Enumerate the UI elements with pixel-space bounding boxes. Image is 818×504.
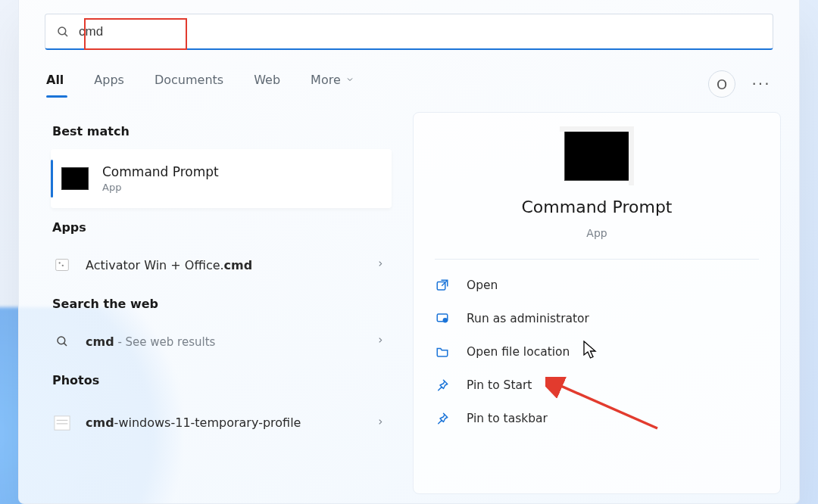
web-result-label: cmd - See web results	[86, 334, 215, 349]
app-result-item[interactable]: Activator Win + Office.cmd	[51, 245, 392, 285]
image-thumb-icon	[52, 415, 72, 431]
web-result-item[interactable]: cmd - See web results	[51, 322, 392, 361]
tab-apps[interactable]: Apps	[94, 73, 124, 96]
divider	[435, 259, 759, 260]
detail-pane: Command Prompt App Open Run as administr…	[413, 112, 781, 494]
action-open[interactable]: Open	[435, 269, 759, 302]
svg-point-13	[443, 318, 448, 322]
svg-point-0	[58, 27, 66, 35]
command-prompt-icon	[61, 167, 89, 190]
tab-more[interactable]: More	[311, 73, 354, 96]
action-label: Pin to Start	[467, 378, 532, 392]
pin-icon	[435, 378, 450, 393]
action-open-file-location[interactable]: Open file location	[435, 335, 759, 369]
detail-title: Command Prompt	[522, 198, 673, 216]
command-prompt-icon	[564, 131, 629, 181]
svg-point-4	[62, 265, 64, 266]
chevron-right-icon	[376, 258, 384, 272]
tab-all[interactable]: All	[46, 73, 64, 96]
svg-line-1	[64, 33, 67, 36]
search-bar-container	[45, 14, 773, 50]
chevron-right-icon	[376, 334, 384, 349]
svg-rect-7	[55, 416, 70, 430]
svg-point-5	[58, 337, 65, 344]
section-best-match: Best match	[52, 124, 392, 138]
open-icon	[435, 278, 450, 293]
svg-point-3	[59, 262, 61, 263]
overflow-button[interactable]: ···	[751, 73, 772, 95]
chevron-right-icon	[376, 416, 384, 431]
pin-icon	[435, 411, 450, 426]
search-input[interactable]	[79, 24, 762, 39]
action-pin-to-taskbar[interactable]: Pin to taskbar	[435, 402, 759, 435]
search-icon	[56, 25, 70, 39]
app-result-label: Activator Win + Office.cmd	[86, 258, 252, 272]
best-match-title: Command Prompt	[102, 164, 219, 179]
action-label: Open	[467, 278, 498, 292]
action-label: Run as administrator	[467, 312, 589, 325]
folder-icon	[435, 344, 450, 359]
start-search-panel: All Apps Documents Web More O ··· Best m…	[18, 0, 800, 504]
tab-web[interactable]: Web	[254, 73, 280, 96]
action-pin-to-start[interactable]: Pin to Start	[435, 369, 759, 402]
chevron-down-icon	[345, 75, 354, 84]
best-match-result[interactable]: Command Prompt App	[51, 149, 392, 208]
best-match-subtitle: App	[102, 182, 219, 193]
cmd-file-icon	[52, 257, 72, 272]
section-photos: Photos	[52, 373, 392, 387]
tab-more-label: More	[311, 73, 341, 87]
section-apps: Apps	[52, 220, 392, 235]
action-run-as-administrator[interactable]: Run as administrator	[435, 302, 759, 335]
action-label: Pin to taskbar	[467, 412, 548, 425]
photo-result-label: cmd-windows-11-temporary-profile	[86, 415, 301, 431]
action-label: Open file location	[467, 345, 570, 359]
tab-documents[interactable]: Documents	[155, 73, 223, 96]
filter-tabs-row: All Apps Documents Web More O ···	[46, 70, 772, 98]
search-icon	[52, 334, 72, 348]
svg-line-6	[64, 343, 67, 346]
search-bar[interactable]	[45, 14, 773, 50]
user-avatar[interactable]: O	[708, 70, 735, 98]
photo-result-item[interactable]: cmd-windows-11-temporary-profile	[51, 398, 392, 448]
results-column: Best match Command Prompt App Apps Activ…	[51, 112, 392, 494]
detail-subtitle: App	[586, 227, 607, 239]
shield-admin-icon	[435, 311, 450, 326]
svg-rect-2	[56, 260, 69, 271]
section-search-web: Search the web	[52, 297, 392, 311]
